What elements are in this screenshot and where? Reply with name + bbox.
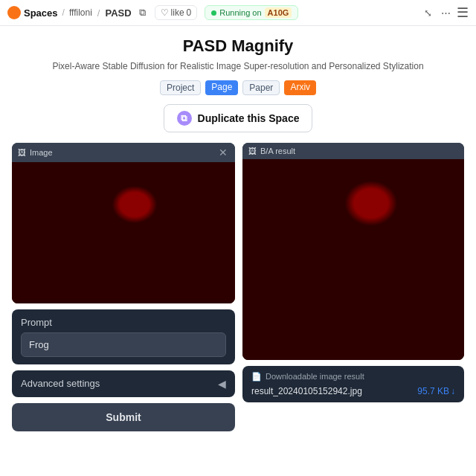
separator: / [62,7,65,18]
image-panel-label: Image [30,148,53,157]
running-text: Running on [219,8,261,17]
copy-link-button[interactable]: ⧉ [136,5,149,20]
image-panel-header: 🖼 Image ✕ [12,143,235,162]
ba-result-image [242,159,464,360]
ba-icon: 🖼 [248,147,257,155]
main-content: PASD Magnify Pixel-Aware Stable Diffusio… [0,26,476,446]
owner-label[interactable]: fffiloni [69,7,92,18]
image-preview[interactable] [12,162,235,303]
topbar: Spaces / fffiloni / PASD ⧉ ♡ like 0 Runn… [0,0,476,26]
duplicate-btn-label: Duplicate this Space [198,112,300,124]
spaces-dot-icon [7,6,21,19]
topbar-right-actions: ⤡ ⋯ ☰ [421,4,469,21]
share-button[interactable]: ⤡ [421,6,435,20]
left-column: 🖼 Image ✕ Prompt Frog Advanced settings … [12,143,235,431]
duplicate-space-button[interactable]: ⧉ Duplicate this Space [164,104,312,132]
tag-project[interactable]: Project [160,80,201,95]
download-arrow-icon: ↓ [451,386,455,396]
download-section-label: Downloadable image result [266,372,364,381]
download-panel: 📄 Downloadable image result result_20240… [242,366,464,402]
running-dot-icon [211,10,216,16]
prompt-label: Prompt [21,317,226,328]
slash-sep: / [97,7,100,19]
download-row: result_20240105152942.jpg 95.7 KB ↓ [251,386,455,396]
download-size-link[interactable]: 95.7 KB ↓ [417,386,455,396]
submit-button[interactable]: Submit [12,403,235,431]
advanced-settings-toggle[interactable]: Advanced settings ◀ [12,370,235,397]
advanced-label: Advanced settings [21,378,100,389]
prompt-value[interactable]: Frog [21,332,226,357]
like-count: 0 [187,7,192,18]
tag-row: Project Page Paper Arxiv [12,80,464,95]
image-clear-button[interactable]: ✕ [217,147,229,158]
download-doc-icon: 📄 [251,372,262,382]
heart-icon: ♡ [161,7,169,18]
ba-panel-label: B/A result [260,147,295,155]
download-filename: result_20240105152942.jpg [251,386,362,396]
ba-result-panel: 🖼 B/A result [242,143,464,360]
like-button[interactable]: ♡ like 0 [155,5,198,20]
spaces-nav[interactable]: Spaces [7,6,58,19]
ba-panel-header-left: 🖼 B/A result [248,147,295,155]
right-column: 🖼 B/A result 📄 Downloadable image result… [242,143,464,402]
content-row: 🖼 Image ✕ Prompt Frog Advanced settings … [12,143,464,431]
prompt-section: Prompt Frog [12,309,235,364]
chip-badge: A10G [265,7,292,18]
repo-label[interactable]: PASD [105,7,131,19]
chevron-left-icon: ◀ [218,378,226,390]
duplicate-icon: ⧉ [177,111,192,126]
tag-paper[interactable]: Paper [242,80,280,95]
spaces-label: Spaces [24,7,58,19]
running-badge: Running on A10G [205,5,298,20]
ba-panel-header: 🖼 B/A result [242,143,464,159]
image-panel-header-left: 🖼 Image [18,148,53,157]
tag-page[interactable]: Page [205,80,238,95]
menu-button[interactable]: ☰ [457,4,469,21]
page-subtitle: Pixel-Aware Stable Diffusion for Realist… [12,60,464,73]
download-size-text: 95.7 KB [417,386,449,396]
like-text: like [171,7,184,18]
tag-arxiv[interactable]: Arxiv [284,80,316,95]
image-panel: 🖼 Image ✕ [12,143,235,303]
image-icon: 🖼 [18,148,26,157]
page-title: PASD Magnify [12,36,464,56]
more-button[interactable]: ⋯ [438,6,454,20]
download-header: 📄 Downloadable image result [251,372,455,382]
